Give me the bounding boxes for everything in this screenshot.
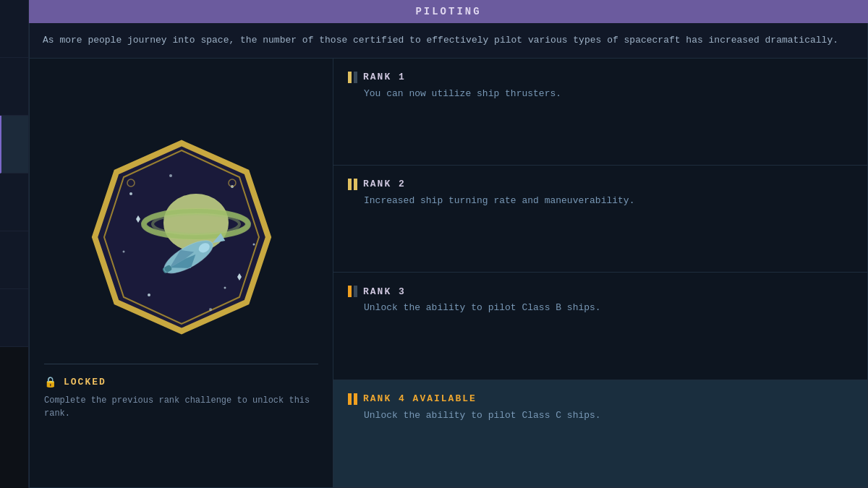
- rank-4-header: RANK 4 AVAILABLE: [348, 393, 853, 405]
- rank-1-bar-1: [348, 72, 352, 83]
- svg-point-6: [224, 287, 226, 289]
- skill-badge-container: [80, 125, 283, 356]
- svg-point-5: [148, 294, 150, 296]
- sidebar-slot-6: [0, 289, 28, 347]
- rank-4-item[interactable]: RANK 4 AVAILABLE Unlock the ability to p…: [333, 380, 867, 487]
- main-panel: PILOTING As more people journey into spa…: [29, 0, 868, 488]
- rank-2-description: Increased ship turning rate and maneuver…: [364, 194, 853, 207]
- rank-1-title: RANK 1: [363, 72, 406, 82]
- rank-4-description: Unlock the ability to pilot Class C ship…: [364, 409, 853, 422]
- rank-4-bar-2: [354, 393, 357, 405]
- sidebar-slot-5: [0, 231, 28, 289]
- rank-2-bar-1: [348, 179, 352, 190]
- rank-4-bars: [348, 393, 357, 405]
- rank-2-item[interactable]: RANK 2 Increased ship turning rate and m…: [333, 166, 867, 273]
- svg-point-8: [209, 308, 212, 311]
- rank-3-bar-2: [354, 286, 357, 297]
- skill-badge-svg: [88, 136, 276, 346]
- lock-label: 🔒 LOCKED: [44, 376, 318, 388]
- rank-3-bar-1: [348, 286, 352, 297]
- rank-4-bar-1: [348, 393, 352, 405]
- rank-1-bars: [348, 72, 357, 83]
- svg-point-2: [129, 192, 132, 195]
- right-content-panel: RANK 1 You can now utilize ship thruster…: [333, 59, 867, 488]
- lock-icon: 🔒: [44, 376, 58, 388]
- outer-wrapper: PILOTING As more people journey into spa…: [0, 0, 868, 488]
- rank-2-bars: [348, 179, 357, 190]
- skill-title: PILOTING: [29, 0, 868, 23]
- rank-3-item[interactable]: RANK 3 Unlock the ability to pilot Class…: [333, 273, 867, 380]
- svg-point-7: [122, 251, 124, 253]
- left-sidebar: [0, 0, 29, 488]
- lock-label-text: LOCKED: [64, 377, 106, 388]
- skill-description: As more people journey into space, the n…: [29, 23, 868, 59]
- rank-2-header: RANK 2: [348, 179, 853, 190]
- rank-3-bars: [348, 286, 357, 297]
- rank-4-title: RANK 4 AVAILABLE: [363, 393, 477, 404]
- lock-description: Complete the previous rank challenge to …: [44, 394, 318, 420]
- rank-1-item[interactable]: RANK 1 You can now utilize ship thruster…: [333, 59, 867, 166]
- lock-status: 🔒 LOCKED Complete the previous rank chal…: [44, 364, 318, 420]
- rank-2-bar-2: [354, 179, 357, 190]
- rank-2-title: RANK 2: [363, 179, 406, 189]
- svg-point-9: [169, 174, 172, 177]
- sidebar-slot-2: [0, 58, 28, 116]
- sidebar-slot-4: [0, 174, 28, 231]
- rank-1-description: You can now utilize ship thrusters.: [364, 87, 853, 100]
- svg-point-4: [252, 244, 255, 246]
- rank-3-title: RANK 3: [363, 286, 406, 297]
- rank-1-bar-2: [354, 72, 357, 83]
- rank-3-header: RANK 3: [348, 286, 853, 297]
- sidebar-slot-3[interactable]: [0, 116, 28, 174]
- left-content-panel: 🔒 LOCKED Complete the previous rank chal…: [30, 59, 333, 488]
- sidebar-slot-1: [0, 0, 28, 58]
- rank-3-description: Unlock the ability to pilot Class B ship…: [364, 301, 853, 314]
- content-area: 🔒 LOCKED Complete the previous rank chal…: [29, 59, 868, 489]
- rank-1-header: RANK 1: [348, 72, 853, 83]
